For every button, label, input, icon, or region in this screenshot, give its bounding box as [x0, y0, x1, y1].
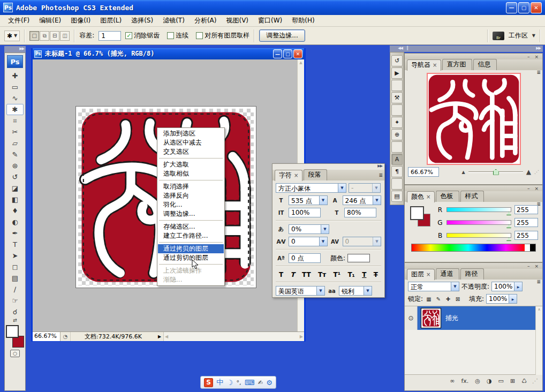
- slider-thumb[interactable]: [506, 237, 511, 241]
- clone-stamp-tool[interactable]: ⊛: [6, 160, 24, 171]
- dock-grip-icon[interactable]: ║: [406, 46, 408, 51]
- context-menu-item[interactable]: 交叉选区: [158, 147, 224, 156]
- scroll-up-icon[interactable]: ∧: [538, 307, 540, 312]
- type-tool[interactable]: T: [6, 239, 24, 250]
- minimize-button[interactable]: —: [506, 2, 517, 13]
- panel-menu-icon[interactable]: ≣: [536, 279, 541, 284]
- scroll-left-icon[interactable]: ◀: [165, 334, 168, 339]
- zoom-in-icon[interactable]: ▲: [526, 168, 531, 176]
- tab-close-icon[interactable]: ×: [426, 272, 430, 277]
- close-button[interactable]: ✕: [531, 2, 542, 13]
- menu-item[interactable]: 图像(I): [66, 15, 95, 26]
- doc-minimize-button[interactable]: —: [273, 49, 282, 58]
- context-menu-item[interactable]: 取消选择: [158, 182, 224, 191]
- panel-tab[interactable]: 信息: [473, 59, 497, 70]
- path-selection-tool[interactable]: ➤: [6, 250, 24, 261]
- layer-comps-panel-icon[interactable]: ▤: [391, 191, 403, 202]
- checkbox-box[interactable]: [125, 32, 132, 39]
- toolbox-collapse-icon[interactable]: ▶▶: [4, 46, 26, 52]
- slice-tool[interactable]: ✂: [6, 126, 24, 138]
- checkbox-box[interactable]: [196, 32, 203, 39]
- context-menu-item[interactable]: 从选区中减去: [158, 138, 224, 147]
- menu-item[interactable]: 窗口(W): [253, 15, 287, 26]
- lock-position-icon[interactable]: ✚: [444, 296, 452, 302]
- ime-settings-icon[interactable]: ⚙: [266, 379, 272, 387]
- context-menu-item[interactable]: 建立工作路径...: [158, 231, 224, 240]
- tool-presets-panel-icon[interactable]: ⚒: [391, 92, 403, 103]
- menu-item[interactable]: 视图(V): [221, 15, 253, 26]
- channel-slider[interactable]: [446, 233, 511, 238]
- panel-close-icon[interactable]: ×: [534, 263, 540, 269]
- panel-minimize-icon[interactable]: –: [527, 54, 532, 59]
- add-to-selection-button[interactable]: ⧉: [40, 31, 49, 41]
- tool-preset-picker[interactable]: ✱ ▼: [4, 31, 20, 41]
- contiguous-checkbox[interactable]: 连续: [167, 31, 188, 40]
- menu-item[interactable]: 分析(A): [190, 15, 222, 26]
- layer-mask-icon[interactable]: ◎: [475, 378, 480, 385]
- sample-all-layers-checkbox[interactable]: 对所有图层取样: [196, 31, 249, 40]
- panel-tab[interactable]: 导航器×: [407, 59, 441, 71]
- zoom-out-icon[interactable]: ▲: [462, 170, 465, 175]
- panel-minimize-icon[interactable]: –: [527, 263, 532, 269]
- history-panel-icon[interactable]: ↺: [391, 55, 403, 66]
- horizontal-scrollbar[interactable]: ◀ ▶: [163, 332, 304, 341]
- actions-panel-icon[interactable]: ▶: [391, 67, 403, 79]
- doc-maximize-button[interactable]: ▢: [283, 49, 292, 58]
- slider-thumb[interactable]: [493, 169, 499, 175]
- panel-menu-icon[interactable]: ≣: [379, 172, 383, 178]
- checkbox-box[interactable]: [167, 32, 174, 39]
- layer-thumbnail[interactable]: [421, 308, 441, 328]
- navigator-proxy-view[interactable]: [427, 73, 521, 165]
- subscript-button[interactable]: T₁: [346, 271, 355, 278]
- channel-value-input[interactable]: 255: [514, 205, 538, 214]
- superscript-button[interactable]: T¹: [332, 271, 342, 278]
- menu-item[interactable]: 图层(L): [95, 15, 126, 26]
- font-family-select[interactable]: 方正小篆体▼: [276, 183, 346, 193]
- lasso-tool[interactable]: ∿: [6, 93, 24, 104]
- healing-brush-tool[interactable]: ▱: [6, 138, 24, 149]
- refine-edge-button[interactable]: 调整边缘...: [259, 29, 305, 42]
- context-menu-item[interactable]: 选取相似: [158, 169, 224, 178]
- new-selection-button[interactable]: □: [29, 31, 39, 41]
- small-caps-button[interactable]: Tт: [317, 271, 327, 278]
- context-menu-item[interactable]: 通过剪切的图层: [158, 253, 224, 262]
- eraser-tool[interactable]: ◪: [6, 183, 24, 194]
- delete-layer-icon[interactable]: ♺: [521, 378, 527, 385]
- panel-minimize-icon[interactable]: –: [527, 186, 532, 191]
- character-panel-icon[interactable]: A: [391, 154, 403, 165]
- bridge-icon[interactable]: Br: [493, 32, 504, 40]
- panel-menu-icon[interactable]: ≣: [536, 70, 541, 75]
- workspace-label[interactable]: 工作区: [509, 31, 528, 40]
- tsume-select[interactable]: 0%▼: [289, 224, 329, 234]
- blend-mode-select[interactable]: 正常▼: [408, 282, 459, 291]
- font-size-select[interactable]: 535 点▼: [289, 195, 328, 205]
- underline-button[interactable]: T: [361, 271, 367, 278]
- navigator-zoom-field[interactable]: 66.67%: [408, 167, 439, 177]
- opacity-input[interactable]: 100%▶: [491, 282, 523, 291]
- magic-wand-tool[interactable]: ✱: [6, 104, 24, 115]
- tab-close-icon[interactable]: ×: [426, 194, 430, 200]
- slider-thumb[interactable]: [506, 212, 511, 215]
- lock-transparency-icon[interactable]: ▦: [425, 296, 433, 302]
- context-menu-item[interactable]: 通过拷贝的图层: [158, 244, 224, 253]
- panel-collapse-icon[interactable]: ▶▶: [272, 164, 384, 170]
- spin-arrow-icon[interactable]: ▶: [514, 282, 522, 291]
- move-tool[interactable]: ✚: [6, 70, 24, 81]
- brushes-panel-icon[interactable]: ✦: [391, 117, 403, 128]
- layer-row[interactable]: ⊙ 捕光: [405, 306, 542, 330]
- channel-slider[interactable]: [446, 207, 511, 212]
- fill-input[interactable]: 100%▶: [486, 294, 517, 304]
- all-caps-button[interactable]: TT: [301, 271, 312, 278]
- lock-all-icon[interactable]: ⊠: [454, 296, 461, 302]
- doc-close-button[interactable]: ✕: [293, 49, 302, 58]
- menu-item[interactable]: 编辑(E): [34, 15, 66, 26]
- crop-tool[interactable]: ⌗: [6, 115, 24, 126]
- faux-bold-button[interactable]: T: [278, 271, 284, 278]
- brush-tool[interactable]: ✎: [6, 149, 24, 160]
- fullwidth-mode-icon[interactable]: ☽: [227, 379, 233, 387]
- resize-grip[interactable]: ⋰: [532, 378, 538, 385]
- foreground-color-swatch[interactable]: [410, 206, 424, 220]
- context-menu-item[interactable]: 调整边缘...: [158, 209, 224, 218]
- notes-tool[interactable]: ▤: [6, 273, 24, 284]
- status-flyout-button[interactable]: ▶: [156, 332, 163, 341]
